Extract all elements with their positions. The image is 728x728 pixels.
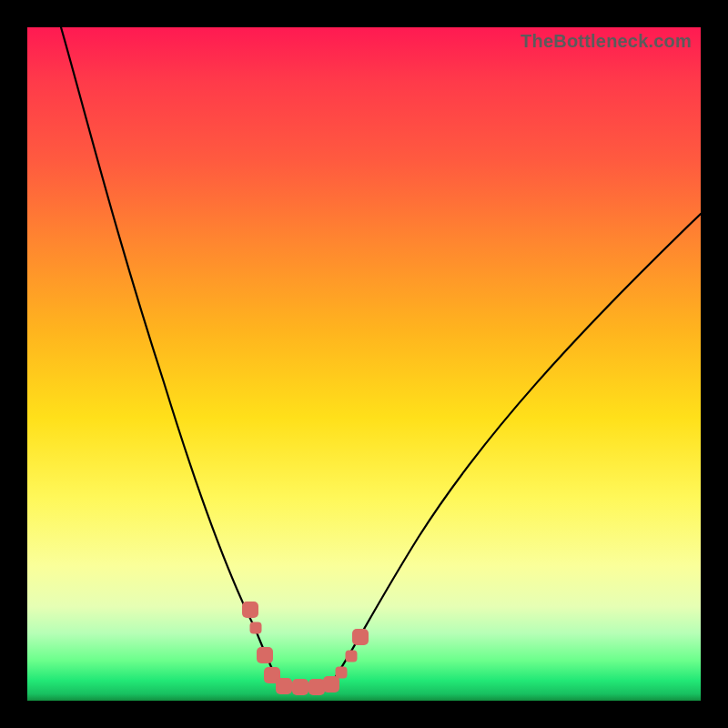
marker-point (292, 679, 308, 695)
marker-point (250, 622, 262, 634)
marker-point (257, 647, 273, 663)
marker-point (242, 602, 258, 618)
marker-point (346, 651, 358, 662)
marker-point (352, 629, 369, 645)
marker-point (336, 667, 348, 679)
stage: TheBottleneck.com (0, 0, 728, 728)
curve-right-branch (330, 214, 701, 684)
marker-point (276, 678, 292, 694)
marker-point (323, 676, 339, 693)
chart-svg (27, 27, 701, 701)
curve-left-branch (61, 27, 280, 684)
plot-area: TheBottleneck.com (27, 27, 701, 701)
